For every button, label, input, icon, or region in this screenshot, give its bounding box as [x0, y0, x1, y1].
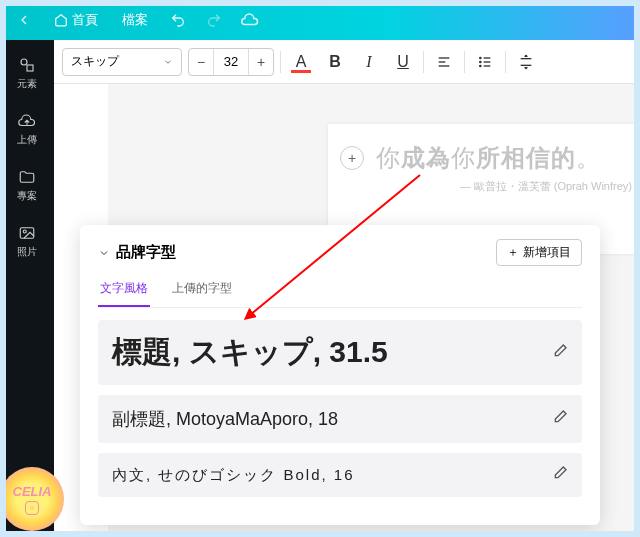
back-button[interactable] [8, 4, 40, 36]
watermark-badge: CELIA ◦ [0, 467, 64, 531]
separator [280, 51, 281, 73]
file-nav[interactable]: 檔案 [112, 5, 158, 35]
font-row-heading[interactable]: 標題, スキップ, 31.5 [98, 320, 582, 385]
spacing-button[interactable] [512, 48, 540, 76]
svg-point-0 [21, 59, 27, 65]
sidebar-item-projects[interactable]: 專案 [0, 158, 54, 212]
home-label: 首頁 [72, 11, 98, 29]
increase-size-button[interactable]: + [249, 54, 273, 70]
edit-icon[interactable] [552, 343, 568, 363]
svg-rect-2 [20, 227, 34, 238]
sidebar-item-photos[interactable]: 照片 [0, 214, 54, 268]
sidebar-label: 上傳 [17, 133, 37, 147]
add-element-button[interactable]: + [340, 146, 364, 170]
svg-point-8 [480, 61, 481, 62]
separator [464, 51, 465, 73]
brand-font-panel: 品牌字型 ＋ 新增項目 文字風格 上傳的字型 標題, スキップ, 31.5 副標… [80, 225, 600, 525]
sidebar-label: 照片 [17, 245, 37, 259]
instagram-icon: ◦ [25, 501, 39, 515]
font-row-label: 標題, スキップ, 31.5 [112, 332, 388, 373]
font-row-body[interactable]: 內文, せのびゴシック Bold, 16 [98, 453, 582, 497]
decrease-size-button[interactable]: − [189, 54, 213, 70]
plus-icon: ＋ [507, 244, 519, 261]
edit-icon[interactable] [552, 409, 568, 429]
sidebar-label: 元素 [17, 77, 37, 91]
quote-author[interactable]: — 歐普拉・溫芙蕾 (Oprah Winfrey) [376, 179, 632, 194]
sidebar-item-elements[interactable]: 元素 [0, 46, 54, 100]
svg-rect-1 [27, 65, 33, 71]
left-sidebar: 元素 上傳 專案 照片 [0, 40, 54, 537]
redo-button[interactable] [198, 4, 230, 36]
home-nav[interactable]: 首頁 [44, 5, 108, 35]
panel-tabs: 文字風格 上傳的字型 [98, 274, 582, 308]
font-name: スキップ [71, 53, 119, 70]
sidebar-label: 專案 [17, 189, 37, 203]
bold-button[interactable]: B [321, 48, 349, 76]
font-row-label: 內文, せのびゴシック Bold, 16 [112, 466, 355, 485]
underline-button[interactable]: U [389, 48, 417, 76]
edit-icon[interactable] [552, 465, 568, 485]
list-button[interactable] [471, 48, 499, 76]
panel-title[interactable]: 品牌字型 [98, 243, 176, 262]
chevron-down-icon [163, 57, 173, 67]
quote-text[interactable]: 你成為你所相信的。 [376, 142, 632, 173]
font-family-select[interactable]: スキップ [62, 48, 182, 76]
separator [505, 51, 506, 73]
svg-point-7 [480, 57, 481, 58]
align-button[interactable] [430, 48, 458, 76]
undo-button[interactable] [162, 4, 194, 36]
tab-text-styles[interactable]: 文字風格 [98, 274, 150, 307]
cloud-sync-icon[interactable] [234, 4, 266, 36]
separator [423, 51, 424, 73]
font-size-stepper: − + [188, 48, 274, 76]
file-label: 檔案 [122, 11, 148, 29]
chevron-down-icon [98, 247, 110, 259]
add-item-button[interactable]: ＋ 新增項目 [496, 239, 582, 266]
svg-point-9 [480, 65, 481, 66]
sidebar-item-upload[interactable]: 上傳 [0, 102, 54, 156]
font-size-input[interactable] [213, 49, 249, 75]
font-row-subheading[interactable]: 副標題, MotoyaMaAporo, 18 [98, 395, 582, 443]
font-row-label: 副標題, MotoyaMaAporo, 18 [112, 407, 338, 431]
italic-button[interactable]: I [355, 48, 383, 76]
text-color-button[interactable]: A [287, 48, 315, 76]
text-toolbar: スキップ − + A B I U [54, 40, 640, 84]
tab-uploaded-fonts[interactable]: 上傳的字型 [170, 274, 234, 307]
svg-point-3 [23, 230, 26, 233]
top-bar: 首頁 檔案 [0, 0, 640, 40]
